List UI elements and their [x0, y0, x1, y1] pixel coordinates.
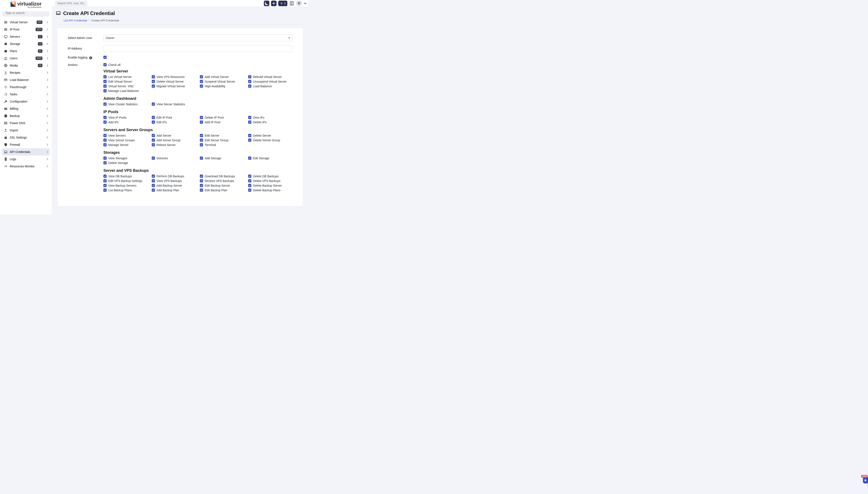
perm-checkbox[interactable] [248, 116, 251, 119]
info-icon[interactable]: i [89, 56, 92, 59]
sidebar-item-label: Import [10, 129, 42, 132]
sidebar-item-api-credentials[interactable]: API Credentials [2, 148, 50, 155]
sidebar-item-badge: 522 [37, 21, 42, 24]
perm-checkbox[interactable] [152, 116, 155, 119]
sidebar-item-media[interactable]: Media16 [2, 62, 50, 69]
sidebar-item-ssl-settings[interactable]: SSL Settings [2, 134, 50, 141]
user-menu-caret-icon[interactable] [304, 2, 306, 4]
sidebar-item-configuration[interactable]: Configuration [2, 98, 50, 105]
add-button[interactable] [271, 1, 277, 6]
perm-checkbox[interactable] [152, 120, 155, 124]
sidebar-item-tasks[interactable]: Tasks [2, 91, 50, 98]
perm-label: Migrate Virtual Server [157, 84, 185, 88]
perm-checkbox[interactable] [200, 84, 203, 88]
perm-checkbox[interactable] [248, 156, 251, 160]
sidebar-item-recipes[interactable]: Recipes [2, 69, 50, 76]
sidebar-item-logs[interactable]: Logs [2, 155, 50, 163]
perm-checkbox[interactable] [248, 138, 251, 142]
perm-checkbox[interactable] [200, 143, 203, 146]
perm-checkbox[interactable] [152, 156, 155, 160]
perm-checkbox[interactable] [103, 116, 107, 119]
perm-checkbox[interactable] [103, 179, 107, 183]
sidebar-item-label: Users [10, 57, 34, 60]
ippool-icon [4, 27, 7, 31]
sidebar-item-storage[interactable]: Storage12 [2, 40, 50, 48]
perm-checkbox[interactable] [152, 102, 155, 106]
logo[interactable]: virtualizor By Softaculous [0, 0, 52, 11]
perm-checkbox[interactable] [200, 134, 203, 137]
perm-checkbox[interactable] [248, 174, 251, 178]
perm-checkbox[interactable] [200, 174, 203, 178]
sidebar-item-servers[interactable]: Servers11 [2, 33, 50, 40]
perm-checkbox[interactable] [103, 138, 107, 142]
sidebar-item-users[interactable]: Users1625 [2, 55, 50, 62]
sidebar-item-billling[interactable]: Billling [2, 105, 50, 112]
sidebar-item-resources-monitor[interactable]: Resources Monitor [2, 163, 50, 170]
perm-checkbox[interactable] [248, 189, 251, 192]
check-all-checkbox[interactable] [103, 63, 107, 66]
perm-checkbox[interactable] [103, 75, 107, 78]
perm-checkbox[interactable] [103, 84, 107, 88]
perm-item: List Virtual Server [103, 75, 148, 79]
perm-checkbox[interactable] [103, 102, 107, 106]
sidebar-item-import[interactable]: Import [2, 127, 50, 134]
perm-checkbox[interactable] [103, 80, 107, 83]
perm-checkbox[interactable] [200, 120, 203, 124]
perm-checkbox[interactable] [200, 75, 203, 78]
perm-checkbox[interactable] [152, 184, 155, 187]
perm-checkbox[interactable] [152, 143, 155, 146]
perm-checkbox[interactable] [103, 120, 107, 124]
select-admin-user[interactable]: Owner [103, 35, 293, 41]
perm-checkbox[interactable] [103, 143, 107, 146]
perm-checkbox[interactable] [200, 138, 203, 142]
perm-checkbox[interactable] [248, 80, 251, 83]
perm-checkbox[interactable] [200, 184, 203, 187]
perm-checkbox[interactable] [103, 134, 107, 137]
perm-checkbox[interactable] [248, 84, 251, 88]
perm-checkbox[interactable] [200, 80, 203, 83]
perm-item: Perform DB Backups [152, 174, 196, 178]
perm-checkbox[interactable] [248, 75, 251, 78]
perm-checkbox[interactable] [103, 156, 107, 160]
perm-checkbox[interactable] [103, 161, 107, 165]
perm-checkbox[interactable] [200, 116, 203, 119]
perm-checkbox[interactable] [152, 80, 155, 83]
sidebar-item-virtual-server[interactable]: Virtual Server522 [2, 19, 50, 26]
perm-checkbox[interactable] [152, 75, 155, 78]
sidebar-item-load-balancer[interactable]: Load Balancer [2, 76, 50, 83]
perm-checkbox[interactable] [152, 138, 155, 142]
perm-checkbox[interactable] [200, 189, 203, 192]
ip-address-input[interactable] [103, 45, 293, 52]
perm-checkbox[interactable] [152, 174, 155, 178]
perm-item: List Backup Plans [103, 189, 148, 192]
perm-checkbox[interactable] [200, 156, 203, 160]
sidebar-item-plans[interactable]: Plans31 [2, 48, 50, 55]
perm-checkbox[interactable] [103, 184, 107, 187]
breadcrumb-link-list[interactable]: List API Credential [63, 19, 87, 22]
user-avatar[interactable]: R [296, 1, 302, 6]
perm-checkbox[interactable] [152, 189, 155, 192]
sidebar-item-badge: 12 [38, 42, 42, 45]
perm-checkbox[interactable] [103, 89, 107, 92]
perm-checkbox[interactable] [152, 84, 155, 88]
enable-logging-checkbox[interactable] [103, 56, 107, 59]
perm-checkbox[interactable] [103, 189, 107, 192]
sidebar-item-passthrough[interactable]: Passthrough [2, 83, 50, 91]
sidebar-item-ip-pool[interactable]: IP Pool1074 [2, 26, 50, 33]
sidebar-item-firewall[interactable]: Firewall [2, 141, 50, 148]
sidebar-item-power-dns[interactable]: Power DNS [2, 119, 50, 127]
perm-checkbox[interactable] [248, 120, 251, 124]
dark-mode-toggle[interactable] [264, 1, 269, 6]
perm-checkbox[interactable] [248, 179, 251, 183]
perm-checkbox[interactable] [152, 134, 155, 137]
perm-checkbox[interactable] [248, 134, 251, 137]
perm-checkbox[interactable] [248, 184, 251, 187]
sidebar-item-backup[interactable]: Backup [2, 112, 50, 119]
chevron-right-icon [46, 122, 48, 124]
tasks-button[interactable]: 0 [278, 1, 287, 6]
perm-checkbox[interactable] [152, 179, 155, 183]
perm-checkbox[interactable] [103, 174, 107, 178]
perm-checkbox[interactable] [200, 179, 203, 183]
global-search-input[interactable]: Search VPS, User, IPs [55, 1, 87, 6]
docs-button[interactable] [289, 1, 295, 6]
